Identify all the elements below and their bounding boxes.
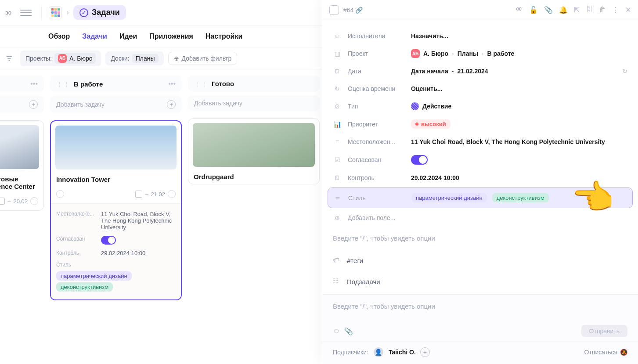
- column-title: В работе: [74, 80, 103, 88]
- kanban-column: ⋮⋮Готово Добавить задачу Ordrupgaard: [188, 76, 320, 364]
- project-avatar: АБ: [58, 54, 67, 63]
- plus-circle-icon: ⊕: [333, 213, 342, 222]
- tab-settings[interactable]: Настройки: [205, 32, 242, 40]
- calendar-icon: [135, 191, 142, 198]
- tab-apps[interactable]: Приложения: [149, 32, 193, 40]
- status-circle-icon: [30, 197, 38, 205]
- unsubscribe-button[interactable]: Отписаться 🔕: [584, 349, 627, 356]
- more-icon[interactable]: ⋮: [612, 6, 619, 14]
- tasks-breadcrumb[interactable]: ✓ Задачи: [73, 5, 126, 20]
- task-card-selected[interactable]: Innovation Tower – 21.02 Местоположе...1…: [50, 120, 182, 300]
- prop-project[interactable]: ▥ Проект АБ А. Бюро › Планы › В работе: [322, 45, 638, 62]
- task-card[interactable]: Ordrupgaard: [188, 118, 320, 184]
- style-tag[interactable]: параметрический дизайн: [56, 271, 132, 281]
- priority-chip: высокий: [411, 119, 451, 129]
- person-icon: ☺: [333, 32, 342, 40]
- description-input[interactable]: Введите "/", чтобы увидеть опции: [322, 227, 638, 250]
- prop-estimate[interactable]: ↻ Оценка времени Оценить...: [322, 80, 638, 97]
- subscribers-row: Подписчики: 👤 Taiichi O. + Отписаться 🔕: [322, 342, 638, 364]
- add-filter-button[interactable]: ⊕ Добавить фильтр: [168, 52, 238, 65]
- eye-icon[interactable]: 👁: [516, 6, 523, 14]
- card-thumbnail: [0, 125, 39, 169]
- card-meta: – 20.02: [0, 194, 43, 210]
- add-subscriber-button[interactable]: +: [420, 347, 430, 357]
- panel-footer: Введите "/", чтобы увидеть опции ☺ 📎 Отп…: [322, 294, 638, 364]
- style-tag[interactable]: деконструктивизм: [492, 193, 549, 202]
- approved-toggle[interactable]: [101, 236, 116, 245]
- board-chip: Планы: [132, 54, 159, 63]
- project-chip: АБ А. Бюро: [54, 53, 96, 64]
- emoji-icon[interactable]: ☺: [333, 327, 340, 335]
- tags-section[interactable]: 🏷 #теги: [322, 250, 638, 271]
- detail-label-style: Стиль: [56, 262, 96, 268]
- add-task-input[interactable]: ачу +: [0, 96, 44, 113]
- plus-icon: ⊕: [174, 55, 179, 62]
- menu-toggle-button[interactable]: [20, 7, 32, 18]
- prop-priority[interactable]: 📊 Приоритет высокий: [322, 115, 638, 133]
- add-task-input[interactable]: Добавить задачу +: [50, 96, 182, 113]
- detail-label-location: Местоположе...: [56, 211, 96, 231]
- kanban-column: ⋮⋮В работе ••• Добавить задачу + Innovat…: [50, 76, 182, 364]
- calendar-icon: 🗓: [333, 67, 342, 76]
- comment-input[interactable]: Введите "/", чтобы увидеть опции: [322, 295, 638, 325]
- target-icon: [56, 190, 64, 198]
- prop-location[interactable]: ≡ Местоположен... 11 Yuk Choi Road, Bloc…: [322, 133, 638, 151]
- prop-assignees[interactable]: ☺ Исполнители Назначить...: [322, 27, 638, 45]
- subscriber-name: Taiichi O.: [389, 349, 416, 356]
- card-title: Innovation Tower: [51, 174, 181, 187]
- priority-icon: 📊: [333, 120, 342, 129]
- drag-handle-icon[interactable]: ⋮⋮: [194, 80, 208, 87]
- bell-off-icon: 🔕: [620, 349, 627, 356]
- column-more-button[interactable]: •••: [30, 80, 38, 88]
- trash-icon[interactable]: 🗑: [599, 6, 606, 14]
- approved-toggle[interactable]: [411, 155, 428, 165]
- filter-projects[interactable]: Проекты: АБ А. Бюро: [20, 50, 101, 66]
- project-breadcrumb: АБ А. Бюро › Планы › В работе: [411, 49, 627, 58]
- prop-type[interactable]: ⊘ Тип Действие: [322, 97, 638, 115]
- filter-boards-label: Доски:: [111, 55, 129, 62]
- attachment-icon[interactable]: 📎: [344, 327, 353, 335]
- style-tag[interactable]: деконструктивизм: [56, 282, 113, 292]
- detail-control: 29.02.2024 10:00: [101, 250, 145, 256]
- card-details: Местоположе...11 Yuk Choi Road, Block V,…: [51, 203, 181, 299]
- clock-icon: ↻: [333, 84, 342, 93]
- card-thumbnail: [193, 123, 315, 167]
- card-title: ь маркетинговыеPhaeno Science Center: [0, 173, 43, 194]
- add-task-placeholder: Добавить задачу: [194, 100, 242, 107]
- type-icon: ⊘: [333, 102, 342, 111]
- subtasks-section[interactable]: ☷ Подзадачи: [322, 271, 638, 292]
- drag-handle-icon[interactable]: ⋮⋮: [56, 80, 70, 87]
- filter-icon[interactable]: [5, 54, 13, 62]
- lock-icon[interactable]: 🔓: [529, 6, 538, 14]
- calendar-icon: [0, 198, 5, 205]
- style-tag[interactable]: параметрический дизайн: [411, 193, 487, 202]
- filter-boards[interactable]: Доски: Планы: [105, 51, 163, 65]
- calendar-icon: 🗓: [333, 173, 342, 182]
- bell-icon[interactable]: 🔔: [559, 6, 568, 14]
- tab-tasks[interactable]: Задачи: [82, 32, 107, 40]
- add-task-input[interactable]: Добавить задачу: [188, 95, 320, 111]
- subtasks-icon: ☷: [333, 277, 342, 286]
- expand-icon[interactable]: ⇱: [574, 6, 580, 14]
- task-id[interactable]: #64🔗: [343, 7, 363, 14]
- archive-icon[interactable]: 🗄: [586, 6, 593, 14]
- send-button[interactable]: Отправить: [581, 325, 627, 337]
- status-circle-icon: [168, 190, 176, 198]
- tab-ideas[interactable]: Идеи: [119, 32, 137, 40]
- prop-date[interactable]: 🗓 Дата Дата начала - 21.02.2024 ↻: [322, 62, 638, 80]
- document-icon[interactable]: [329, 5, 339, 15]
- panel-body: ☺ Исполнители Назначить... ▥ Проект АБ А…: [322, 20, 638, 294]
- column-more-button[interactable]: •••: [168, 80, 176, 88]
- subscriber-avatar[interactable]: 👤: [373, 346, 384, 358]
- repeat-icon[interactable]: ↻: [622, 68, 627, 75]
- prop-approved[interactable]: ☑ Согласован: [322, 151, 638, 169]
- add-filter-label: Добавить фильтр: [182, 55, 232, 62]
- tab-overview[interactable]: Обзор: [48, 32, 70, 40]
- column-header: ⋮⋮В работе •••: [50, 76, 182, 92]
- close-icon[interactable]: ✕: [625, 6, 631, 14]
- type-dot-icon: [411, 102, 419, 110]
- detail-label-approved: Согласован: [56, 236, 96, 245]
- task-card[interactable]: ь маркетинговыеPhaeno Science Center – 2…: [0, 120, 44, 211]
- workspace-icon[interactable]: [49, 6, 62, 19]
- attachment-icon[interactable]: 📎: [544, 6, 553, 14]
